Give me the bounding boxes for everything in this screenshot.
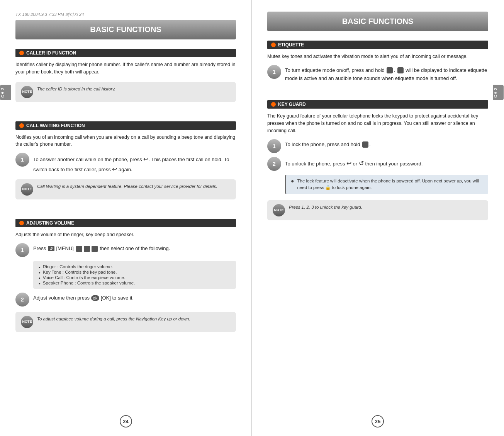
key-guard-note-box: NOTE Press 1, 2, 3 to unlock the key gua… — [267, 200, 488, 220]
right-page-number: 25 — [372, 415, 384, 427]
left-page: TX-180 2004.9.3 7:33 PM 페이지 24 CH 2 BASI… — [0, 0, 252, 436]
call-waiting-note-icon: NOTE — [21, 183, 33, 196]
right-page-header: BASIC FUNCTIONS — [267, 12, 488, 31]
top-label: TX-180 2004.9.3 7:33 PM 페이지 24 — [15, 12, 236, 17]
adj-volume-note-box: NOTE To adjust earpiece volume during a … — [15, 312, 236, 332]
step-circle-etiquette: 1 — [267, 65, 281, 79]
info-box-bullet-icon: ● — [291, 178, 294, 184]
adj-volume-bullet — [19, 221, 24, 225]
adj-volume-step1-text: Press ↺ [MENU] then select one of the fo… — [33, 243, 170, 253]
key-guard-bullet — [271, 102, 276, 107]
call-waiting-step1: 1 To answer another call while on the ph… — [15, 153, 236, 174]
caller-id-note-text: The caller ID is stored in the call hist… — [37, 86, 115, 92]
step-circle-2a: 1 — [15, 243, 29, 257]
caller-id-bullet — [19, 51, 24, 55]
adj-volume-body: Adjusts the volume of the ringer, key be… — [15, 231, 236, 238]
key-guard-step1-text: To lock the phone, press and hold . — [285, 139, 371, 149]
adj-volume-title: ADJUSTING VOLUME — [26, 220, 74, 226]
step-circle-kg1: 1 — [267, 139, 281, 153]
caller-id-title-bar: CALLER ID FUNCTION — [15, 49, 236, 57]
etiquette-step1: 1 To turn etiquette mode on/off, press a… — [267, 65, 488, 83]
key-guard-info-box: ● The lock feature will deactivate when … — [285, 175, 488, 194]
etiquette-step1-text: To turn etiquette mode on/off, press and… — [285, 65, 488, 83]
caller-id-note-icon: NOTE — [21, 86, 33, 98]
adj-volume-step1: 1 Press ↺ [MENU] then select one of the … — [15, 243, 236, 257]
key-guard-info-text: The lock feature will deactivate when th… — [297, 178, 484, 191]
call-waiting-step1-text: To answer another call while on the phon… — [33, 153, 236, 174]
step-circle-kg2: 2 — [267, 157, 281, 171]
key-guard-step2: 2 To unlock the phone, press ↩ or ↺ then… — [267, 157, 488, 171]
etiquette-bullet — [271, 43, 276, 47]
key-guard-title-bar: KEY GUARD — [267, 100, 488, 109]
key-guard-step1: 1 To lock the phone, press and hold . — [267, 139, 488, 153]
etiquette-title: ETIQUETTE — [278, 42, 304, 48]
etiquette-title-bar: ETIQUETTE — [267, 41, 488, 49]
key-guard-note-text: Press 1, 2, 3 to unlock the key guard. — [289, 204, 362, 211]
key-guard-body: The Key guard feature of your cellular t… — [267, 112, 488, 134]
bullet-key-tone: Key Tone : Controls the key pad tone. — [39, 269, 231, 275]
call-waiting-bullet — [19, 123, 24, 128]
etiquette-body: Mutes key tones and activates the vibrat… — [267, 53, 488, 60]
call-waiting-title: CALL WAITING FUNCTION — [26, 123, 85, 128]
adj-volume-note-text: To adjust earpiece volume during a call,… — [37, 316, 190, 322]
adj-volume-step2-text: Adjust volume then press ok [OK] to save… — [33, 293, 134, 302]
caller-id-body: Identifies caller by displaying their ph… — [15, 61, 236, 76]
right-page: CH 2 BASIC FUNCTIONS ETIQUETTE Mutes key… — [252, 0, 504, 436]
call-waiting-note-box: NOTE Call Waiting is a system dependent … — [15, 179, 236, 199]
ch-tab-left: CH 2 — [0, 85, 11, 100]
step-circle-2b: 2 — [15, 293, 29, 307]
call-waiting-title-bar: CALL WAITING FUNCTION — [15, 121, 236, 130]
page-spread: TX-180 2004.9.3 7:33 PM 페이지 24 CH 2 BASI… — [0, 0, 504, 436]
caller-id-note-box: NOTE The caller ID is stored in the call… — [15, 82, 236, 102]
key-guard-title: KEY GUARD — [278, 102, 306, 107]
left-page-header: BASIC FUNCTIONS — [15, 20, 236, 39]
adj-volume-note-icon: NOTE — [21, 316, 33, 328]
key-guard-note-icon: NOTE — [273, 204, 285, 216]
bullet-speaker: Speaker Phone : Controls the speaker vol… — [39, 280, 231, 286]
ch-tab-right: CH 2 — [493, 85, 504, 100]
bullet-voice-call: Voice Call : Controls the earpiece volum… — [39, 275, 231, 280]
call-waiting-body: Notifies you of an incoming call when yo… — [15, 134, 236, 148]
adj-volume-bullets: Ringer : Controls the ringer volume. Key… — [33, 261, 236, 289]
left-page-number: 24 — [120, 415, 132, 427]
caller-id-title: CALLER ID FUNCTION — [26, 50, 76, 56]
step-circle-1a: 1 — [15, 153, 29, 167]
adj-volume-step2: 2 Adjust volume then press ok [OK] to sa… — [15, 293, 236, 307]
adj-volume-title-bar: ADJUSTING VOLUME — [15, 219, 236, 227]
call-waiting-note-text: Call Waiting is a system dependent featu… — [37, 183, 217, 190]
bullet-ringer: Ringer : Controls the ringer volume. — [39, 264, 231, 269]
key-guard-step2-text: To unlock the phone, press ↩ or ↺ then i… — [285, 157, 423, 169]
